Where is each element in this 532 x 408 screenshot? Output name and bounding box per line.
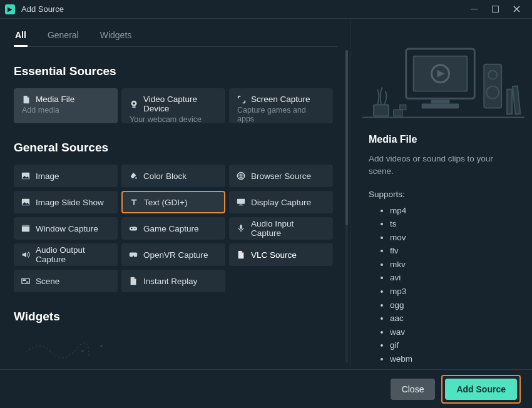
- gamepad-icon: [129, 224, 138, 233]
- source-display-capture[interactable]: Display Capture: [229, 191, 333, 213]
- source-text-gdi[interactable]: Text (GDI+): [121, 191, 225, 213]
- slideshow-icon: [21, 198, 30, 207]
- detail-panel: Media File Add videos or sound clips to …: [350, 19, 532, 369]
- format-item: mp3: [390, 285, 518, 298]
- text-icon: [130, 198, 138, 207]
- label: Media File: [36, 94, 74, 104]
- svg-point-23: [100, 345, 103, 347]
- source-video-capture-device[interactable]: Video Capture Device Your webcam device: [121, 88, 225, 123]
- label: OpenVR Capture: [143, 250, 208, 260]
- sublabel: Capture games and apps: [237, 106, 325, 123]
- label: Window Capture: [36, 224, 98, 233]
- label: Video Capture Device: [143, 94, 217, 113]
- source-image-slide-show[interactable]: Image Slide Show: [14, 191, 118, 213]
- svg-rect-13: [22, 225, 29, 227]
- format-item: mp4: [390, 204, 518, 218]
- svg-rect-14: [130, 227, 137, 230]
- svg-rect-9: [237, 199, 245, 204]
- svg-rect-1: [492, 6, 498, 13]
- label: Browser Source: [251, 171, 311, 181]
- sublabel: Your webcam device: [130, 115, 217, 124]
- svg-rect-17: [131, 228, 132, 230]
- svg-rect-11: [239, 205, 243, 205]
- svg-rect-0: [471, 9, 478, 9]
- source-media-file[interactable]: Media File Add media: [14, 88, 118, 123]
- svg-point-24: [81, 350, 84, 352]
- svg-rect-21: [23, 279, 26, 281]
- svg-point-6: [135, 177, 137, 179]
- tab-all[interactable]: All: [14, 25, 28, 46]
- label: Color Block: [143, 171, 187, 181]
- svg-rect-22: [26, 282, 29, 283]
- detail-title: Media File: [369, 134, 518, 145]
- add-source-highlight: Add Source: [441, 375, 521, 404]
- label: Audio Output Capture: [36, 245, 110, 264]
- format-item: ts: [390, 217, 518, 231]
- svg-rect-4: [132, 106, 135, 108]
- paint-icon: [129, 171, 138, 180]
- source-screen-capture[interactable]: Screen Capture Capture games and apps: [229, 88, 333, 123]
- supports-label: Supports:: [369, 190, 518, 199]
- sublabel: Add media: [22, 106, 110, 115]
- decorative-illustration: [14, 334, 338, 359]
- tab-general[interactable]: General: [46, 25, 80, 46]
- source-scene[interactable]: Scene: [14, 270, 118, 292]
- svg-rect-10: [240, 205, 242, 205]
- crop-icon: [237, 95, 246, 104]
- label: Image: [36, 171, 59, 181]
- globe-icon: [237, 171, 245, 180]
- add-source-button[interactable]: Add Source: [445, 379, 517, 400]
- label: Game Capture: [143, 224, 199, 233]
- section-general-title: General Sources: [14, 141, 338, 155]
- source-openvr-capture[interactable]: OpenVR Capture: [121, 243, 225, 266]
- supported-formats-list: mp4tsmovflvmkvavimp3oggaacwavgifwebm: [369, 204, 518, 366]
- label: Text (GDI+): [144, 198, 187, 207]
- format-item: ogg: [390, 298, 518, 312]
- minimize-button[interactable]: [463, 1, 484, 18]
- label: VLC Source: [251, 250, 297, 260]
- source-instant-replay[interactable]: Instant Replay: [121, 270, 225, 292]
- source-window-capture[interactable]: Window Capture: [14, 217, 118, 240]
- format-item: aac: [390, 312, 518, 325]
- svg-rect-30: [422, 104, 459, 109]
- section-widgets-title: Widgets: [14, 310, 338, 324]
- content-area: All General Widgets Essential Sources Me…: [0, 19, 532, 369]
- app-icon: ▶: [5, 4, 15, 14]
- svg-rect-36: [513, 86, 521, 114]
- source-audio-output-capture[interactable]: Audio Output Capture: [14, 243, 118, 266]
- detail-description: Add videos or sound clips to your scene.: [369, 153, 518, 178]
- scrollbar[interactable]: [345, 50, 348, 363]
- format-item: webm: [390, 352, 518, 366]
- essential-grid: Media File Add media Video Capture Devic…: [14, 88, 338, 123]
- label: Instant Replay: [143, 277, 197, 286]
- source-tabs: All General Widgets: [14, 25, 338, 47]
- label: Display Capture: [251, 198, 311, 207]
- label: Audio Input Capture: [251, 219, 325, 238]
- webcam-icon: [130, 99, 138, 108]
- scrollbar-thumb[interactable]: [345, 50, 348, 225]
- source-color-block[interactable]: Color Block: [121, 165, 225, 187]
- close-button[interactable]: Close: [391, 379, 436, 400]
- general-grid: Image Color Block Browser Source Image S…: [14, 165, 338, 292]
- titlebar: ▶ Add Source: [0, 0, 532, 19]
- monitor-icon: [237, 198, 245, 207]
- tab-widgets[interactable]: Widgets: [99, 25, 133, 46]
- maximize-button[interactable]: [484, 1, 506, 18]
- source-image[interactable]: Image: [14, 165, 118, 187]
- source-game-capture[interactable]: Game Capture: [121, 217, 225, 240]
- label: Screen Capture: [251, 94, 310, 104]
- source-audio-input-capture[interactable]: Audio Input Capture: [229, 217, 333, 240]
- svg-rect-29: [431, 100, 450, 104]
- file-icon: [237, 250, 245, 259]
- speaker-icon: [21, 250, 30, 259]
- svg-rect-35: [507, 89, 512, 115]
- source-browser-source[interactable]: Browser Source: [229, 165, 333, 187]
- footer: Close Add Source: [0, 369, 532, 408]
- svg-point-3: [133, 102, 135, 105]
- microphone-icon: [237, 224, 245, 233]
- source-vlc-source[interactable]: VLC Source: [229, 243, 333, 266]
- format-item: flv: [390, 244, 518, 258]
- svg-rect-38: [400, 105, 406, 110]
- vr-icon: [129, 250, 138, 259]
- close-window-button[interactable]: [506, 1, 527, 18]
